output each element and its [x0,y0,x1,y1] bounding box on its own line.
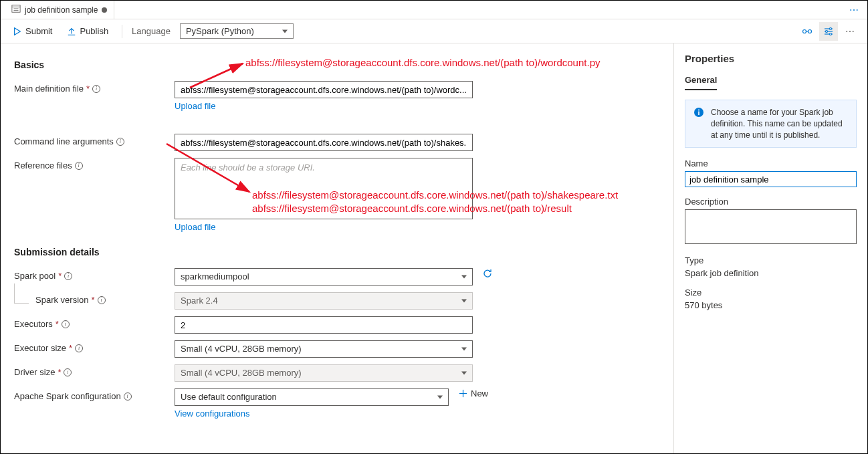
tab-overflow-button[interactable]: ⋯ [845,5,863,15]
publish-button[interactable]: Publish [63,23,112,39]
svg-point-12 [830,33,832,35]
type-value: Spark job definition [685,268,857,278]
info-icon[interactable]: i [98,296,106,304]
executors-label: Executors * i [14,316,175,329]
info-icon[interactable]: i [64,368,72,376]
new-config-button[interactable]: New [458,388,488,399]
job-definition-icon [11,4,21,15]
form-pane: Basics Main definition file * i Upload f… [1,43,673,453]
cmd-args-input[interactable] [175,134,473,151]
svg-point-11 [826,30,828,32]
language-select[interactable]: PySpark (Python) [180,23,294,39]
info-icon[interactable]: i [64,272,72,280]
info-text: Choose a name for your Spark job definit… [711,107,848,140]
tab-bar: job definition sample ⋯ [1,1,867,19]
type-label: Type [685,255,857,265]
svg-point-5 [803,29,806,33]
tab-label: job definition sample [25,5,98,15]
toolbar: Submit Publish Language PySpark (Python)… [1,19,867,43]
section-submission: Submission details [14,247,660,257]
submit-button[interactable]: Submit [9,23,56,39]
ref-files-input[interactable] [175,158,473,219]
info-icon[interactable]: i [75,344,83,352]
upload-file-link[interactable]: Upload file [175,222,473,232]
info-icon[interactable]: i [116,138,124,146]
language-label: Language [132,26,171,36]
ref-files-label: Reference files i [14,158,175,171]
properties-title: Properties [685,53,857,64]
section-basics: Basics [14,60,660,70]
unsaved-indicator-icon [102,7,107,13]
svg-point-10 [830,27,832,29]
tab-general[interactable]: General [685,75,717,90]
executor-size-label: Executor size * i [14,340,175,353]
more-actions-button[interactable]: ⋯ [841,22,859,41]
tab-job-definition[interactable]: job definition sample [5,1,114,19]
refresh-button[interactable] [482,268,493,281]
size-label: Size [685,288,857,298]
view-configurations-link[interactable]: View configurations [175,409,449,419]
properties-toggle-button[interactable] [819,22,838,41]
main-def-input[interactable] [175,81,473,98]
spark-pool-select[interactable]: sparkmediumpool [175,268,473,286]
language-value: PySpark (Python) [186,26,254,36]
spark-config-label: Apache Spark configuration i [14,388,175,401]
main-def-label: Main definition file * i [14,81,175,94]
svg-point-20 [698,110,699,111]
submit-label: Submit [25,26,52,36]
upload-file-link[interactable]: Upload file [175,101,473,111]
svg-rect-21 [698,112,699,116]
executors-input[interactable] [175,316,473,334]
info-icon[interactable]: i [75,162,83,170]
driver-size-select[interactable]: Small (4 vCPU, 28GB memory) [175,364,473,382]
spark-version-select[interactable]: Spark 2.4 [175,292,473,310]
info-icon[interactable]: i [124,392,132,401]
name-label: Name [685,158,857,168]
info-callout: Choose a name for your Spark job definit… [685,100,857,148]
svg-point-6 [808,29,812,33]
info-icon[interactable]: i [92,85,100,93]
info-icon[interactable]: i [62,320,70,328]
publish-label: Publish [80,26,108,36]
size-value: 570 bytes [685,300,857,310]
spark-config-select[interactable]: Use default configuration [175,388,449,406]
separator [122,25,122,38]
cmd-args-label: Command line arguments i [14,134,175,146]
spark-pool-label: Spark pool * i [14,268,175,281]
description-label: Description [685,197,857,207]
driver-size-label: Driver size * i [14,364,175,377]
description-input[interactable] [685,209,857,244]
executor-size-select[interactable]: Small (4 vCPU, 28GB memory) [175,340,473,358]
related-button[interactable] [798,22,817,41]
spark-version-label: Spark version * i [14,292,175,305]
name-input[interactable] [685,171,857,187]
info-icon [693,107,704,118]
properties-pane: Properties General Choose a name for you… [673,43,867,453]
svg-marker-4 [15,27,21,35]
